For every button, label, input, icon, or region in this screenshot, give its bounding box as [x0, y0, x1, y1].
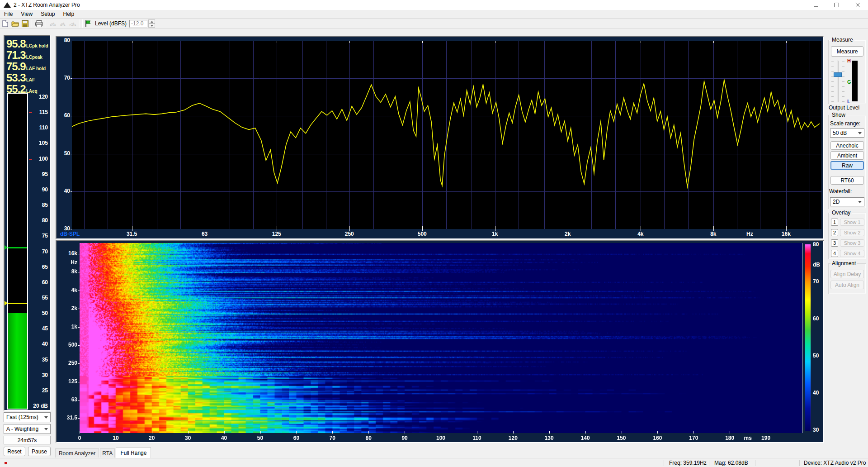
new-document-icon[interactable] [0, 19, 9, 28]
meter-scale-label: 45 [29, 325, 48, 332]
rta-xtick-label: 125 [268, 231, 286, 237]
spec-xtick-mark [657, 431, 658, 434]
status-mag: Mag: 62.08dB [714, 460, 748, 466]
export-rom-button[interactable]: →ROM [48, 19, 58, 28]
output-meter-g-label: G [847, 79, 851, 85]
open-file-icon[interactable] [10, 19, 19, 28]
auto-align-button[interactable]: Auto Align [830, 281, 864, 289]
generator-flag-icon[interactable] [84, 19, 93, 28]
spec-ytick-label: 1k [63, 324, 77, 330]
overlay-show-1-button[interactable]: Show 1 [840, 219, 864, 226]
close-button[interactable] [847, 0, 868, 10]
spec-xtick-label: 10 [107, 435, 125, 441]
output-level-slider[interactable] [837, 61, 839, 102]
waterfall-label: Waterfall: [829, 188, 852, 195]
export-rta-button[interactable]: →RTA [58, 19, 68, 28]
rta-xtick-mark [132, 229, 132, 231]
rta-xtick-label: 250 [340, 231, 359, 237]
spec-ytick-label: 500 [63, 342, 77, 348]
window-title: 2 - XTZ Room Analyzer Pro [14, 2, 80, 8]
spec-ytick-label: 8k [63, 268, 77, 275]
tab-room-analyzer[interactable]: Room Analyzer [55, 448, 99, 457]
overlay-show-3-button[interactable]: Show 3 [840, 239, 864, 247]
rt60-button[interactable]: RT60 [830, 176, 864, 185]
spl-reading-value: 95.8 [6, 38, 26, 50]
ambient-button[interactable]: Ambient [830, 151, 864, 160]
spec-xtick-mark [260, 431, 261, 434]
rta-xtick-label: 500 [413, 231, 431, 237]
minimize-button[interactable] [806, 0, 826, 10]
spec-ytick-label: 2k [63, 305, 77, 311]
print-icon[interactable] [34, 19, 43, 28]
measure-button[interactable]: Measure [831, 46, 863, 57]
rta-ytick-label: 70 [57, 75, 70, 81]
reset-button[interactable]: Reset [4, 447, 25, 456]
spec-xtick-label: 40 [215, 435, 233, 441]
spl-reading-row: 53.3LAF [6, 71, 49, 83]
rta-ytick-label: 80 [57, 37, 70, 43]
show-group-label: Show [830, 112, 847, 118]
time-constant-select[interactable]: Fast (125ms) [4, 412, 51, 422]
menu-item-view[interactable]: View [17, 10, 37, 18]
tab-full-range[interactable]: Full Range [116, 447, 151, 458]
rta-plot[interactable] [72, 41, 821, 229]
chevron-down-icon [858, 132, 862, 134]
spec-xtick-label: 30 [179, 435, 197, 441]
menu-item-help[interactable]: Help [59, 10, 79, 18]
toolbar-separator [82, 19, 83, 28]
rta-ytick-mark [71, 116, 72, 116]
level-value-field[interactable]: -12.0 [129, 20, 147, 28]
scale-range-select[interactable]: 50 dB [830, 129, 864, 138]
output-meter-h-label: H [847, 58, 851, 63]
align-delay-button[interactable]: Align Delay [830, 270, 864, 278]
spec-ytick-mark [78, 382, 80, 382]
meter-scale-label: 35 [29, 357, 48, 363]
output-level-slider-handle[interactable] [834, 72, 842, 77]
save-file-icon[interactable] [20, 19, 29, 28]
spec-xtick-label: 130 [540, 435, 558, 441]
spec-xtick-mark [693, 431, 694, 434]
overlay-4-number-box[interactable]: 4 [831, 250, 838, 257]
status-device: Device: XTZ Audio v2 Pro [804, 460, 866, 466]
anechoic-button[interactable]: Anechoic [830, 141, 864, 150]
spec-ytick-mark [78, 400, 80, 400]
waterfall-select[interactable]: 2D [830, 197, 864, 206]
arrow-button-label: DATA [69, 24, 76, 27]
meter-scale-label: 50 [29, 310, 48, 316]
status-indicator-dot [5, 462, 7, 464]
output-level-label: Output Level [829, 105, 859, 111]
overlay-show-4-button[interactable]: Show 4 [840, 250, 864, 257]
spinner-down-button[interactable] [148, 24, 155, 28]
overlay-1-number-box[interactable]: 1 [831, 219, 838, 226]
raw-button[interactable]: Raw [830, 161, 864, 170]
spectrogram-panel: 16kHz8k4k2k1k5002501256331.5010203040506… [56, 240, 824, 443]
spinner-up-button[interactable] [148, 19, 155, 24]
alignment-group: Alignment [828, 263, 866, 294]
overlay-3-number-box[interactable]: 3 [831, 239, 838, 247]
spec-xtick-mark [296, 431, 297, 434]
menu-item-file[interactable]: File [0, 10, 17, 18]
menu-item-setup[interactable]: Setup [37, 10, 59, 18]
tab-rta[interactable]: RTA [100, 448, 115, 457]
spl-reading-value: 71.3 [6, 49, 26, 62]
colorbar-tick-label: 60 [813, 315, 825, 322]
rta-xtick-label: 63 [196, 231, 214, 237]
spec-ytick-label: 16k [63, 250, 77, 257]
spec-xtick-mark [477, 431, 477, 434]
spectrogram-plot[interactable] [80, 243, 802, 433]
export-data-button[interactable]: →DATA [68, 19, 78, 28]
colorbar-unit-label: dB [813, 262, 825, 268]
spec-ytick-mark [78, 363, 80, 364]
spec-xtick-mark [766, 431, 766, 434]
spec-xtick-mark [513, 431, 514, 434]
overlay-2-number-box[interactable]: 2 [831, 229, 838, 236]
maximize-button[interactable] [826, 0, 847, 10]
spec-ytick-mark [78, 309, 80, 309]
spec-xtick-mark [80, 431, 80, 434]
meter-marker-line [8, 247, 27, 248]
spec-xtick-label: 160 [648, 435, 666, 441]
weighting-select[interactable]: A - Weighting [4, 424, 51, 434]
meter-scale-label: 30 [29, 372, 48, 378]
pause-button[interactable]: Pause [28, 447, 51, 456]
overlay-show-2-button[interactable]: Show 2 [840, 229, 864, 236]
